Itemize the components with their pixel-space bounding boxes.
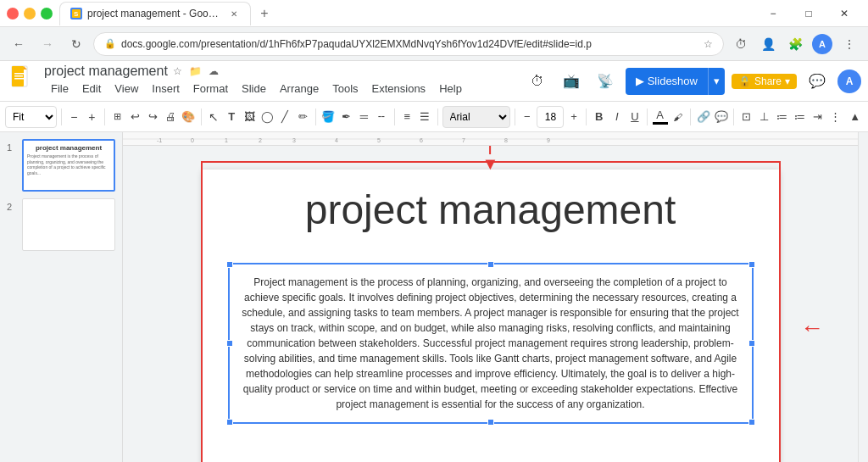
slide-text-box[interactable]: Project management is the process of pla… (228, 263, 754, 424)
fill-color-button[interactable]: 🪣 (320, 106, 337, 128)
collapse-toolbar-button[interactable]: ▲ (847, 106, 863, 128)
present-options-button[interactable]: 📺 (558, 68, 585, 95)
forward-button[interactable]: → (36, 32, 59, 56)
text-align-center-button[interactable]: ☰ (417, 106, 433, 128)
bold-button[interactable]: B (591, 106, 607, 128)
menu-insert[interactable]: Insert (145, 79, 186, 98)
title-maximize-button[interactable]: □ (792, 0, 826, 27)
title-close-button[interactable]: ✕ (827, 0, 861, 27)
window-maximize-button[interactable] (41, 8, 53, 19)
accounts-button[interactable]: 👤 (756, 32, 780, 56)
window-close-button[interactable] (7, 8, 19, 19)
menu-format[interactable]: Format (186, 79, 235, 98)
highlight-color-button[interactable]: 🖌 (670, 106, 686, 128)
star-icon[interactable]: ☆ (704, 38, 713, 50)
star-title-button[interactable]: ☆ (171, 64, 184, 79)
menu-arrange[interactable]: Arrange (273, 79, 326, 98)
canvas-scroll-area[interactable]: ← ▼ project management (123, 146, 858, 462)
window-minimize-button[interactable] (24, 8, 36, 19)
table-button[interactable]: ⊞ (109, 106, 125, 128)
handle-left-center[interactable] (226, 340, 233, 347)
refresh-button[interactable]: ↻ (64, 32, 88, 56)
handle-right-center[interactable] (748, 340, 755, 347)
menu-view[interactable]: View (108, 79, 145, 98)
text-align-left-button[interactable]: ≡ (399, 106, 415, 128)
italic-button[interactable]: I (609, 106, 625, 128)
app-title: project management (44, 64, 168, 79)
handle-bottom-center[interactable] (487, 419, 494, 426)
font-size-increase-button[interactable]: + (565, 106, 581, 128)
link-button[interactable]: 🔗 (695, 106, 711, 128)
folder-button[interactable]: 📁 (187, 64, 203, 79)
placeholder-button[interactable]: ⊡ (738, 106, 754, 128)
slide-title[interactable]: project management (203, 186, 779, 233)
lock-share-button[interactable]: 🔒 Share ▾ (732, 74, 797, 89)
slide-1-thumbnail[interactable]: project management Project management is… (22, 139, 115, 192)
font-size-input[interactable] (537, 106, 564, 128)
url-bar[interactable]: 🔒 docs.google.com/presentation/d/1hFh6fx… (93, 32, 724, 56)
browser-menu-button[interactable]: ⋮ (837, 32, 861, 56)
border-weight-button[interactable]: ═ (356, 106, 372, 128)
text-tool-button[interactable]: T (224, 106, 240, 128)
handle-top-left[interactable] (226, 261, 233, 268)
list-button[interactable]: ≔ (774, 106, 790, 128)
font-size-decrease-button[interactable]: − (519, 106, 535, 128)
menu-tools[interactable]: Tools (326, 79, 364, 98)
line-tool-button[interactable]: ╱ (277, 106, 293, 128)
cloud-button[interactable]: ☁ (207, 64, 220, 79)
comment-button[interactable]: 💬 (713, 106, 729, 128)
slideshow-main-button[interactable]: ▶ Slideshow (626, 68, 709, 95)
new-tab-button[interactable]: + (254, 3, 275, 24)
slide-2-thumbnail[interactable] (22, 198, 115, 251)
menu-extensions[interactable]: Extensions (365, 79, 433, 98)
border-color-button[interactable]: ✒ (338, 106, 354, 128)
revision-history-button[interactable]: ⏱ (524, 68, 551, 95)
slideshow-button-group[interactable]: ▶ Slideshow ▾ (626, 68, 725, 95)
border-dash-button[interactable]: ╌ (374, 106, 390, 128)
handle-bottom-right[interactable] (748, 419, 755, 426)
scribble-tool-button[interactable]: ✏ (295, 106, 311, 128)
font-family-select[interactable]: Arial Times New Roman Courier New (442, 106, 510, 128)
handle-bottom-left[interactable] (226, 419, 233, 426)
undo-button[interactable]: ↩ (127, 106, 143, 128)
image-tool-button[interactable]: 🖼 (242, 106, 258, 128)
app-menu: File Edit View Insert Format Slide Arran… (44, 79, 469, 98)
svg-rect-5 (14, 73, 25, 75)
profile-button[interactable]: A (810, 32, 834, 56)
more-options-button[interactable]: ⋮ (827, 106, 843, 128)
slide-canvas[interactable]: project management Project management is… (203, 170, 779, 462)
menu-edit[interactable]: Edit (75, 79, 108, 98)
user-avatar[interactable]: A (837, 70, 861, 93)
back-button[interactable]: ← (7, 32, 31, 56)
underline-button[interactable]: U (626, 106, 643, 128)
cast-button[interactable]: 📡 (592, 68, 619, 95)
menu-file[interactable]: File (44, 79, 75, 98)
paint-format-button[interactable]: 🎨 (181, 106, 197, 128)
history-button[interactable]: ⏱ (729, 32, 753, 56)
shape-tool-button[interactable]: ◯ (259, 106, 275, 128)
zoom-out-button[interactable]: − (66, 106, 82, 128)
zoom-in-button[interactable]: + (84, 106, 100, 128)
zoom-select[interactable]: Fit 50% 75% 100% (5, 106, 57, 128)
handle-top-center[interactable] (487, 261, 494, 268)
toolbar-divider-7 (515, 109, 515, 125)
title-minimize-button[interactable]: − (756, 0, 790, 27)
extensions-button[interactable]: 🧩 (783, 32, 807, 56)
indent-button[interactable]: ⇥ (810, 106, 826, 128)
menu-help[interactable]: Help (432, 79, 469, 98)
cursor-select-button[interactable]: ↖ (206, 106, 222, 128)
handle-top-right[interactable] (748, 261, 755, 268)
browser-tab[interactable]: S project management - Google ... ✕ (59, 2, 251, 25)
window-controls[interactable] (7, 8, 53, 19)
slide-1-container: 1 project management Project management … (7, 139, 115, 192)
comments-button[interactable]: 💬 (804, 68, 831, 95)
title-bar-window-controls[interactable]: − □ ✕ (756, 0, 861, 27)
vertical-align-button[interactable]: ⊥ (756, 106, 772, 128)
tab-close-button[interactable]: ✕ (228, 8, 240, 19)
menu-slide[interactable]: Slide (235, 79, 273, 98)
redo-button[interactable]: ↪ (145, 106, 161, 128)
print-button[interactable]: 🖨 (163, 106, 179, 128)
text-color-button[interactable]: A (652, 106, 668, 128)
slideshow-dropdown-button[interactable]: ▾ (709, 68, 725, 95)
numbered-list-button[interactable]: ≔ (792, 106, 808, 128)
